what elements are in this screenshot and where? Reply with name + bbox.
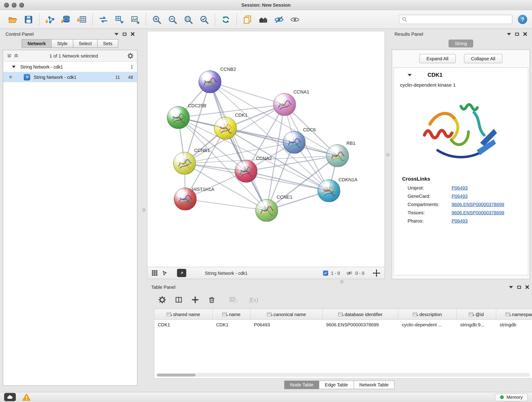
scrollbar-thumb[interactable] [157, 374, 196, 376]
show-all-button[interactable] [287, 12, 303, 27]
function-builder-icon[interactable]: f(x) [249, 296, 258, 303]
selected-count-checkbox-icon[interactable] [323, 270, 328, 276]
network-node-cdkn1a[interactable] [317, 179, 340, 202]
tab-style[interactable]: Style [51, 39, 73, 48]
splitter-handle[interactable] [340, 280, 343, 283]
import-network-file-button[interactable] [42, 12, 58, 27]
add-column-plus-icon[interactable] [191, 296, 199, 304]
table-horizontal-scrollbar[interactable] [157, 373, 530, 377]
splitter-handle[interactable] [386, 153, 389, 157]
tab-node-table[interactable]: Node Table [284, 381, 319, 389]
delete-table-icon-disabled[interactable] [229, 296, 238, 304]
hidden-eye-slash-icon[interactable] [346, 270, 353, 276]
help-button[interactable]: ? [518, 15, 527, 24]
network-options-gear-icon[interactable] [127, 52, 134, 59]
apply-layout-button[interactable] [218, 12, 234, 27]
hide-selected-button[interactable] [271, 12, 287, 27]
network-node-ccnb1[interactable] [173, 152, 196, 175]
node-label: RB1 [346, 141, 355, 146]
column-type-icon [167, 313, 171, 316]
warning-icon[interactable] [22, 393, 31, 401]
tab-network[interactable]: Network [22, 39, 52, 48]
zoom-fit-button[interactable] [181, 12, 196, 27]
panel-collapse-icon[interactable] [114, 33, 119, 35]
tab-network-table[interactable]: Network Table [354, 381, 394, 389]
network-node-cdk1[interactable] [214, 117, 237, 140]
network-node-ccnb2[interactable] [199, 70, 221, 93]
search-input[interactable] [409, 17, 510, 22]
first-neighbors-button[interactable] [95, 12, 111, 27]
network-node-ccna2[interactable] [235, 160, 258, 183]
crosslink-link[interactable]: P06493 [452, 218, 468, 223]
panel-float-icon[interactable] [123, 32, 127, 36]
tree-expand-icon[interactable] [12, 65, 16, 68]
network-canvas[interactable]: CCNB2CCNA1CDC25BCDK1CDC6RB1CCNB1CCNA2CDK… [147, 31, 385, 267]
cloud-button[interactable] [4, 393, 16, 401]
birdseye-grid-icon[interactable] [152, 270, 158, 276]
table-row[interactable]: CDK1CDK1P064939606.ENSP00000378699cyclin… [154, 320, 532, 329]
column-header-canonical-name[interactable]: canonical name [251, 309, 323, 319]
duplicate-document-icon [242, 14, 253, 25]
global-search-box[interactable] [399, 15, 513, 24]
new-network-from-selection-button[interactable] [111, 12, 127, 27]
network-edge-count: 48 [120, 75, 133, 80]
column-header-database-identifier[interactable]: database identifier [323, 309, 399, 319]
toolbar-separator [39, 13, 40, 26]
open-in-new-window-button[interactable] [177, 269, 186, 277]
zoom-selected-button[interactable] [196, 12, 212, 27]
panel-close-icon[interactable] [131, 32, 135, 36]
gene-collapse-icon[interactable] [408, 74, 412, 76]
first-neighbors-houses-button[interactable] [255, 12, 271, 27]
column-header-namespace[interactable]: namespace [496, 309, 532, 319]
export-image-button[interactable] [127, 12, 143, 27]
zoom-in-button[interactable] [149, 12, 165, 27]
network-node-ccna1[interactable] [273, 93, 296, 116]
tab-sets[interactable]: Sets [97, 39, 118, 48]
expand-all-chevron-icon[interactable] [7, 53, 12, 58]
import-table-file-button[interactable] [74, 12, 90, 27]
collapse-all-chevron-icon[interactable] [13, 53, 19, 58]
show-columns-icon[interactable] [175, 296, 183, 304]
panel-collapse-icon[interactable] [507, 33, 511, 35]
panel-collapse-icon[interactable] [509, 286, 513, 288]
network-share-toggle-icon[interactable] [161, 270, 167, 276]
memory-button-label: Memory [507, 395, 523, 400]
results-panel: Results Panel String Expand All Collapse… [392, 30, 530, 279]
network-node-cdc25b[interactable] [167, 106, 190, 129]
network-collection-row[interactable]: String Network - cdk1 1 [3, 62, 137, 72]
crosslink-link[interactable]: P06493 [452, 185, 468, 191]
expand-all-button[interactable]: Expand All [419, 54, 456, 64]
crosslink-link[interactable]: 9606.ENSP00000378699 [452, 210, 504, 215]
delete-column-trash-icon[interactable] [208, 296, 216, 304]
table-options-gear-icon[interactable] [158, 296, 166, 304]
panel-float-icon[interactable] [517, 286, 521, 289]
tab-edge-table[interactable]: Edge Table [319, 381, 354, 389]
clone-network-button[interactable] [240, 12, 255, 27]
network-node-cdc6[interactable] [283, 131, 306, 154]
zoom-out-button[interactable] [165, 12, 181, 27]
column-header-description[interactable]: description [399, 309, 457, 319]
column-header-name[interactable]: name [213, 309, 251, 319]
import-network-database-button[interactable] [58, 12, 74, 27]
panel-close-icon[interactable] [525, 285, 529, 289]
crosshair-pan-icon[interactable] [373, 269, 380, 277]
network-row-selected[interactable]: String Network - cdk1 11 48 [3, 72, 137, 82]
column-header--id[interactable]: @id [457, 309, 496, 319]
column-header-shared-name[interactable]: shared name [154, 309, 213, 319]
save-session-button[interactable] [21, 12, 36, 27]
network-node-ccne1[interactable] [255, 199, 278, 222]
table-body: CDK1CDK1P064939606.ENSP00000378699cyclin… [154, 320, 532, 372]
memory-button[interactable]: Memory [495, 393, 528, 401]
panel-float-icon[interactable] [515, 32, 519, 36]
control-panel-header: Control Panel [3, 30, 138, 38]
crosslink-link[interactable]: 9606.ENSP00000378699 [452, 202, 504, 207]
crosslink-link[interactable]: P06493 [452, 193, 468, 199]
tab-string[interactable]: String [449, 40, 473, 48]
panel-close-icon[interactable] [523, 32, 527, 36]
gene-card-header: CDK1 [394, 68, 528, 81]
open-session-button[interactable] [5, 12, 21, 27]
splitter-handle[interactable] [142, 208, 146, 211]
network-node-rb1[interactable] [326, 144, 349, 167]
tab-select[interactable]: Select [73, 39, 98, 48]
collapse-all-button[interactable]: Collapse All [464, 54, 502, 64]
